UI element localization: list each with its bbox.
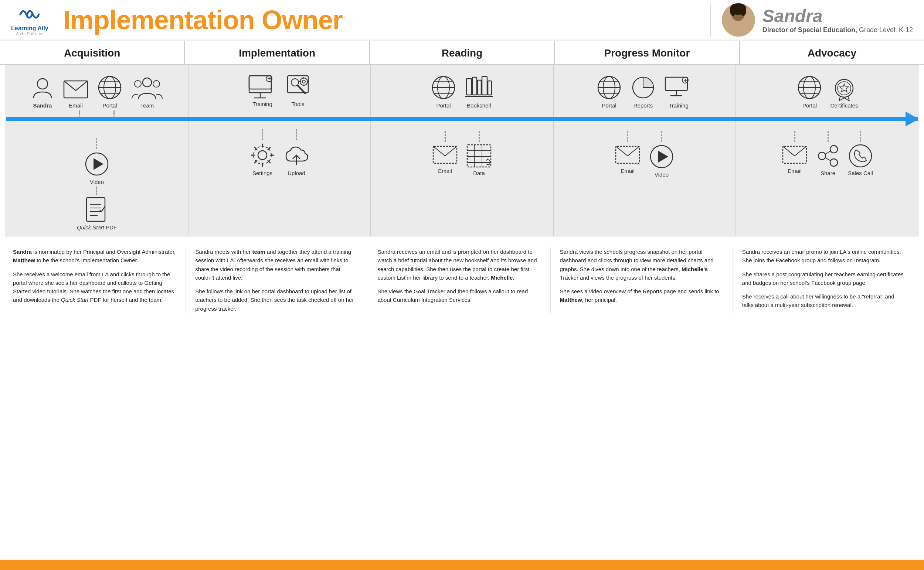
svg-point-4 (730, 6, 736, 16)
text-reading: Sandra receives an email and is prompted… (368, 248, 550, 313)
svg-point-96 (830, 146, 838, 153)
text-section: Sandra is nominated by her Principal and… (0, 236, 924, 320)
svg-point-35 (302, 80, 305, 83)
svg-point-1 (725, 26, 751, 37)
progress-bottom-icons: Email Video (614, 131, 675, 178)
text-advocacy: Sandra receives an email promo to join L… (733, 248, 915, 313)
phase-implementation: Training (189, 65, 371, 236)
progress-portal-icon: Portal (596, 74, 622, 109)
tools-svg (285, 74, 311, 100)
reading-bottom-icons: Email (432, 131, 492, 176)
reading-email-svg (432, 143, 458, 166)
team-svg (130, 76, 164, 101)
svg-point-91 (835, 80, 853, 97)
page-wrapper: Learning Ally Audio Textbooks Implementa… (0, 0, 924, 570)
svg-point-6 (37, 79, 48, 89)
reading-email-connector (445, 131, 446, 142)
progress-training-icon: Training (664, 76, 693, 109)
text-implementation: Sandra meets with her team and together … (186, 248, 368, 313)
advocacy-top-icons: Portal (796, 70, 858, 109)
phase-title-acquisition: Acquisition (0, 41, 185, 64)
svg-point-34 (300, 78, 307, 85)
data-icon-unit: Data (466, 131, 492, 176)
phase-title-implementation: Implementation (185, 41, 370, 64)
salescall-svg (848, 143, 873, 169)
reading-email-label: Email (438, 168, 452, 174)
timeline-arrow (906, 112, 919, 126)
salescall-label: Sales Call (848, 170, 873, 176)
bookshelf-icon-unit: Bookshelf (464, 74, 494, 109)
settings-connector (262, 129, 263, 140)
svg-rect-57 (472, 77, 477, 95)
persona-role-label: Director of Special Education, (763, 26, 857, 34)
email-label: Email (69, 102, 83, 109)
svg-marker-93 (840, 84, 849, 92)
video-label: Video (90, 179, 104, 185)
phase-acquisition: Sandra Email (6, 65, 189, 236)
phase-titles-row: Acquisition Implementation Reading Progr… (0, 41, 924, 64)
progress-video-label: Video (655, 172, 669, 178)
phase-title-reading: Reading (370, 41, 555, 64)
settings-label: Settings (252, 170, 272, 176)
phase-title-advocacy: Advocacy (740, 41, 924, 64)
training-label: Training (252, 101, 272, 107)
avatar (722, 3, 755, 37)
data-label: Data (473, 170, 485, 176)
adv-para-1: Sandra receives an email promo to join L… (742, 248, 906, 265)
svg-point-16 (153, 81, 160, 87)
svg-rect-58 (477, 80, 481, 95)
progress-training-svg (664, 76, 693, 101)
data-svg (466, 143, 492, 169)
phase-reading: Portal (371, 65, 554, 236)
prog-para-2: She sees a video overview of the Reports… (560, 287, 723, 304)
persona-info: Sandra Director of Special Education, Gr… (763, 6, 913, 34)
reports-svg (630, 74, 656, 101)
impl-para-1: Sandra meets with her team and together … (195, 248, 359, 282)
share-label: Share (821, 170, 835, 176)
svg-rect-59 (482, 77, 487, 95)
progress-training-label: Training (669, 102, 689, 109)
salescall-connector (860, 131, 861, 142)
svg-rect-77 (665, 77, 688, 90)
progress-video-connector (661, 131, 662, 142)
progress-portal-svg (596, 74, 622, 101)
sandra-person-icon: Sandra (30, 76, 55, 109)
video-icon-unit: Video Quick Start PDF (77, 138, 117, 230)
svg-point-95 (818, 152, 826, 159)
header: Learning Ally Audio Textbooks Implementa… (0, 0, 924, 41)
tools-label: Tools (291, 101, 304, 107)
adv-para-3: She receives a call about her willingnes… (742, 292, 906, 310)
acq-para-1: Sandra is nominated by her Principal and… (13, 248, 176, 265)
bookshelf-label: Bookshelf (467, 102, 491, 109)
logo-area: Learning Ally Audio Textbooks (11, 4, 48, 36)
reading-email-unit: Email (432, 131, 458, 174)
progress-top-icons: Portal Reports (596, 70, 693, 109)
acq-connector-1 (79, 110, 80, 118)
svg-line-48 (268, 147, 270, 150)
share-connector (827, 131, 829, 142)
svg-point-5 (740, 6, 746, 16)
read-para-1: Sandra receives an email and is prompted… (378, 248, 541, 282)
progress-video-unit: Video (648, 131, 675, 178)
svg-point-14 (143, 78, 152, 87)
advocacy-bottom-icons: Email Share (781, 131, 873, 176)
portal-icon-unit: Portal (97, 74, 123, 109)
progress-email-label: Email (620, 168, 635, 174)
reading-top-icons: Portal (430, 70, 494, 109)
acq-connector-2 (114, 110, 115, 118)
acquisition-top-icons: Sandra Email (30, 70, 164, 109)
share-icon-unit: Share (815, 131, 841, 176)
portal-svg (97, 74, 123, 101)
logo-icon (17, 4, 43, 25)
text-progress: Sandra views the schools progress snapsh… (551, 248, 733, 313)
logo-text: Learning Ally (11, 25, 48, 32)
email-icon-unit: Email (63, 78, 89, 109)
impl-top-icons: Training (248, 70, 311, 107)
svg-rect-19 (86, 198, 105, 221)
progress-email-connector (627, 131, 628, 142)
phase-advocacy: Portal (736, 65, 918, 236)
svg-line-49 (255, 161, 257, 163)
svg-line-98 (825, 151, 830, 154)
advocacy-portal-label: Portal (803, 102, 817, 109)
progress-email-svg (614, 143, 641, 166)
